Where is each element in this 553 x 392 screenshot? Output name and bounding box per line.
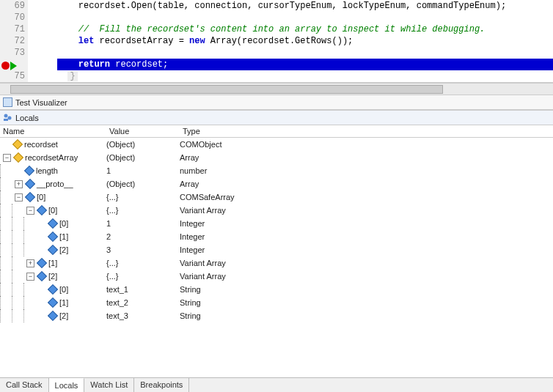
locals-icon (3, 113, 12, 122)
node-type: number (180, 164, 553, 177)
tree-row[interactable]: −[0]{...}Variant Array (0, 204, 553, 217)
tree-row[interactable]: −[0]{...}COMSafeArray (0, 191, 553, 204)
tree-cell-name: −recordsetArray (0, 151, 106, 164)
collapse-icon[interactable]: − (3, 154, 11, 162)
property-icon (48, 245, 58, 255)
locals-header: Name Value Type (0, 125, 553, 138)
code-line[interactable]: return recordset; (57, 59, 553, 70)
tree-cell-name: +__proto__ (0, 177, 106, 191)
property-icon (25, 192, 35, 202)
node-name: [2] (59, 243, 68, 256)
code-line[interactable]: let recordsetArray = new Array(recordset… (57, 35, 553, 47)
node-type: String (180, 309, 553, 322)
code-body[interactable]: recordset.Open(table, connection, cursor… (28, 0, 553, 82)
current-line-icon (10, 62, 17, 70)
node-name: [0] (59, 217, 68, 230)
gutter-line: 75 (0, 70, 25, 82)
scrollbar-thumb[interactable] (10, 85, 443, 94)
node-name: [1] (48, 256, 57, 270)
collapse-icon[interactable]: − (15, 193, 23, 201)
object-icon (13, 152, 23, 163)
tree-cell-name: −[2] (0, 270, 106, 283)
panel-locals[interactable]: Locals (0, 110, 553, 125)
node-type: Array (180, 151, 553, 164)
code-line[interactable]: } (57, 70, 553, 82)
property-icon (37, 271, 47, 281)
tree-cell-name: [2] (0, 243, 106, 256)
node-name: recordsetArray (25, 151, 78, 164)
tree-row[interactable]: −recordsetArray(Object)Array (0, 151, 553, 164)
code-line[interactable] (57, 47, 553, 59)
node-type: Variant Array (180, 270, 553, 283)
horizontal-scrollbar[interactable] (0, 83, 553, 95)
property-icon (37, 258, 47, 268)
svg-rect-2 (4, 119, 8, 121)
node-value: 1 (106, 217, 180, 230)
node-name: __proto__ (37, 177, 73, 191)
code-line[interactable] (57, 12, 553, 23)
node-type: Variant Array (180, 256, 553, 270)
tree-row[interactable]: −[2]{...}Variant Array (0, 270, 553, 283)
node-value: 2 (106, 230, 180, 243)
property-icon (25, 179, 35, 189)
gutter-line: 69 (0, 0, 25, 12)
expand-icon[interactable]: + (26, 259, 34, 267)
tree-row[interactable]: length1number (0, 164, 553, 177)
tree-row[interactable]: recordset(Object)COMObject (0, 138, 553, 151)
tab-call-stack[interactable]: Call Stack (0, 378, 49, 392)
panel-test-visualizer[interactable]: Test Visualizer (0, 95, 553, 110)
tree-row[interactable]: [0]text_1String (0, 283, 553, 296)
node-type: String (180, 283, 553, 296)
bottom-tabstrip: Call StackLocalsWatch ListBreakpoints (0, 377, 553, 392)
tree-row[interactable]: [2]text_3String (0, 309, 553, 322)
node-type: String (180, 296, 553, 309)
tree-row[interactable]: [0]1Integer (0, 217, 553, 230)
tree-cell-name: [1] (0, 230, 106, 243)
tree-row[interactable]: +__proto__(Object)Array (0, 177, 553, 191)
expand-icon[interactable]: + (15, 180, 23, 188)
node-name: recordset (24, 138, 58, 151)
tree-row[interactable]: [1]2Integer (0, 230, 553, 243)
node-value: text_1 (106, 283, 180, 296)
visualizer-icon (3, 97, 12, 107)
object-icon (12, 139, 23, 149)
node-name: [1] (59, 230, 68, 243)
node-value: text_2 (106, 296, 180, 309)
property-icon (48, 284, 58, 295)
tree-row[interactable]: +[1]{...}Variant Array (0, 256, 553, 270)
node-value: 1 (106, 164, 180, 177)
node-name: [2] (59, 309, 68, 322)
node-name: [0] (59, 283, 68, 296)
tree-cell-name: −[0] (0, 204, 106, 217)
breakpoint-icon (1, 62, 10, 70)
tab-locals[interactable]: Locals (49, 378, 85, 392)
collapse-icon[interactable]: − (26, 207, 34, 215)
column-value[interactable]: Value (106, 125, 180, 137)
tree-cell-name: −[0] (0, 191, 106, 204)
node-value: (Object) (106, 138, 180, 151)
svg-point-1 (8, 117, 12, 120)
column-type[interactable]: Type (180, 125, 553, 137)
node-type: Integer (180, 217, 553, 230)
tab-breakpoints[interactable]: Breakpoints (134, 378, 189, 392)
tab-watch-list[interactable]: Watch List (84, 378, 134, 392)
gutter-line (0, 59, 25, 70)
code-line[interactable]: recordset.Open(table, connection, cursor… (57, 0, 553, 12)
node-name: [1] (59, 296, 68, 309)
node-value: text_3 (106, 309, 180, 322)
collapse-icon[interactable]: − (26, 273, 34, 281)
tree-row[interactable]: [1]text_2String (0, 296, 553, 309)
column-name[interactable]: Name (0, 125, 106, 137)
node-type: COMObject (180, 138, 553, 151)
tree-cell-name: +[1] (0, 256, 106, 270)
node-value: {...} (106, 270, 180, 283)
node-value: {...} (106, 204, 180, 217)
svg-point-0 (4, 114, 8, 118)
panel-title-label: Test Visualizer (15, 98, 67, 107)
tree-row[interactable]: [2]3Integer (0, 243, 553, 256)
gutter-line: 73 (0, 47, 25, 59)
tree-cell-name: [0] (0, 283, 106, 296)
tree-cell-name: [0] (0, 217, 106, 230)
code-line[interactable]: // Fill the recordset's content into an … (57, 23, 553, 35)
node-type: Integer (180, 230, 553, 243)
